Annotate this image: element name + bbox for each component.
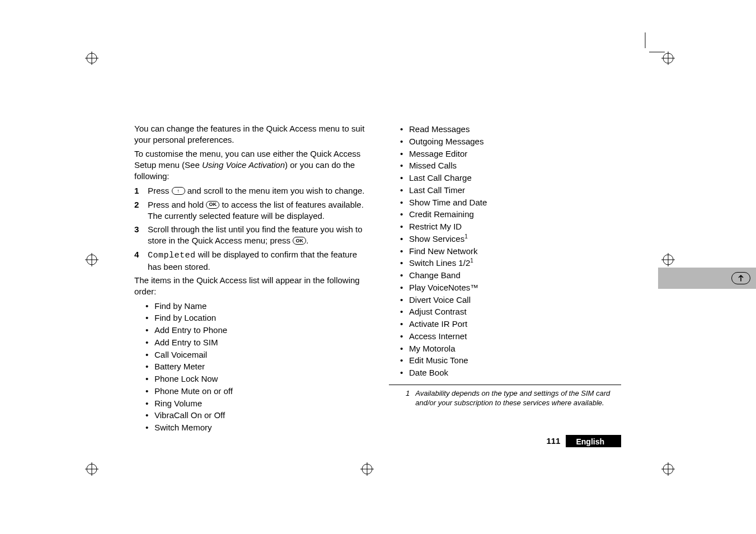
list-item: Credit Remaining: [400, 208, 621, 221]
crop-mark-icon: [626, 32, 665, 72]
list-item: Missed Calls: [400, 160, 621, 172]
footnote-ref: 1: [470, 257, 473, 264]
list-item: Switch Memory: [145, 421, 367, 434]
registration-mark-icon: [85, 462, 98, 476]
list-item: Ring Volume: [145, 397, 367, 410]
list-item: Phone Mute on or off: [145, 385, 367, 397]
list-item: Last Call Charge: [400, 172, 621, 184]
list-item: Edit Music Tone: [400, 354, 621, 367]
registration-mark-icon: [661, 51, 675, 65]
registration-mark-icon: [360, 462, 374, 476]
intro-text: You can change the features in the Quick…: [134, 123, 367, 146]
language-badge: English: [566, 435, 621, 447]
list-item: Last Call Timer: [400, 184, 621, 196]
list-item: Access Internet: [400, 330, 621, 343]
page-number: 111: [546, 435, 566, 447]
list-item: Add Entry to Phone: [145, 324, 367, 336]
list-item: Adjust Contrast: [400, 306, 621, 318]
list-item: Phone Lock Now: [145, 373, 367, 385]
registration-mark-icon: [661, 462, 675, 476]
left-column: You can change the features in the Quick…: [134, 123, 367, 434]
list-item: Find New Network: [400, 245, 621, 257]
list-item: Change Band: [400, 269, 621, 282]
list-item: Date Book: [400, 367, 621, 379]
ok-key-icon: OK: [206, 201, 219, 209]
list-item: Find by Name: [145, 300, 367, 312]
list-item: Restrict My ID: [400, 221, 621, 233]
list-item: Battery Meter: [145, 360, 367, 373]
step-item: 3 Scroll through the list until you find…: [134, 224, 367, 247]
list-item: Show Services1: [400, 233, 621, 245]
list-item: Call Voicemail: [145, 349, 367, 361]
list-item: Show Time and Date: [400, 196, 621, 209]
right-column: Read Messages Outgoing Messages Message …: [389, 123, 621, 434]
list-item: My Motorola: [400, 343, 621, 355]
completed-label: Completed: [148, 251, 196, 260]
footnote-divider: [389, 385, 621, 385]
registration-mark-icon: [85, 51, 98, 65]
list-item: Message Editor: [400, 148, 621, 160]
side-tab: [658, 268, 756, 289]
list-item: Outgoing Messages: [400, 135, 621, 148]
list-item: VibraCall On or Off: [145, 409, 367, 421]
page-footer: 111 English: [546, 435, 621, 447]
features-list-right: Read Messages Outgoing Messages Message …: [400, 123, 621, 379]
list-item: Read Messages: [400, 123, 621, 135]
registration-mark-icon: [661, 253, 675, 266]
registration-mark-icon: [85, 253, 98, 266]
ok-key-icon: OK: [293, 237, 306, 245]
list-item: Divert Voice Call: [400, 294, 621, 306]
up-arrow-key-icon: [731, 272, 750, 284]
step-item: 1 Press ↑ and scroll to the menu item yo…: [134, 185, 367, 196]
list-intro-text: The items in the Quick Access list will …: [134, 275, 367, 298]
up-key-icon: ↑: [172, 187, 185, 195]
features-list-left: Find by Name Find by Location Add Entry …: [145, 300, 367, 434]
step-item: 4 Completed will be displayed to confirm…: [134, 249, 367, 273]
list-item: Activate IR Port: [400, 318, 621, 330]
list-item: Play VoiceNotes™: [400, 282, 621, 294]
step-item: 2 Press and hold OK to access the list o…: [134, 199, 367, 222]
manual-page: You can change the features in the Quick…: [134, 123, 621, 434]
steps-list: 1 Press ↑ and scroll to the menu item yo…: [134, 185, 367, 273]
footnote-ref: 1: [464, 233, 468, 240]
intro-text: To customise the menu, you can use eithe…: [134, 148, 367, 182]
list-item: Switch Lines 1/21: [400, 257, 621, 269]
footnote: 1 Availability depends on the type and s…: [389, 388, 621, 408]
list-item: Add Entry to SIM: [145, 336, 367, 349]
list-item: Find by Location: [145, 312, 367, 324]
